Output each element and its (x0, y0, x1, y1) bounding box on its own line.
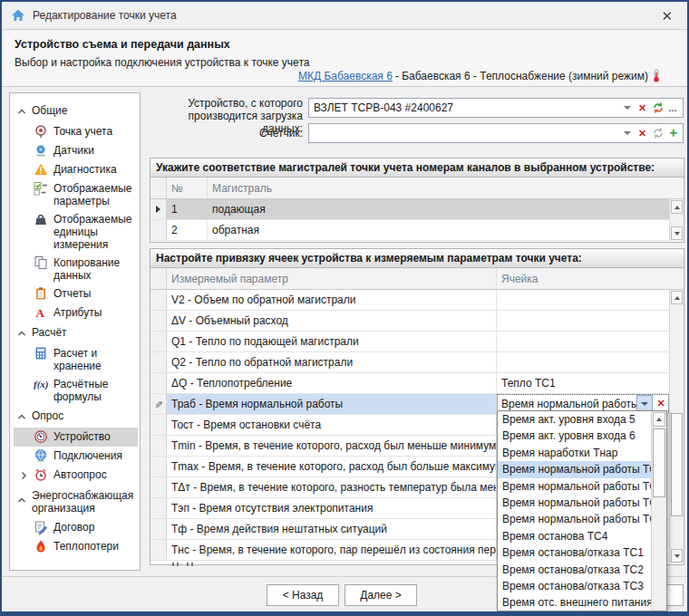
device-clear-icon[interactable]: ✕ (636, 101, 649, 115)
copy-data-icon (34, 255, 48, 270)
scroll-up-icon[interactable] (653, 412, 665, 427)
cells-scrollbar[interactable] (669, 290, 684, 563)
counter-refresh-icon[interactable] (651, 126, 665, 140)
page-title: Устройство съема и передачи данных (15, 38, 674, 51)
sidebar-item-formulas[interactable]: f(x) Расчётные формулы (14, 375, 138, 406)
sidebar-group-calculation[interactable]: Расчёт (14, 322, 138, 344)
chevron-up-icon (17, 495, 26, 507)
breadcrumb: МКД Бабаевская 6 - Бабаевская 6 - Теплос… (298, 69, 662, 82)
dropdown-item[interactable]: Время нормальной работы ТС2 (498, 478, 651, 495)
sidebar-item-autopoll[interactable]: Автоопрос (14, 466, 138, 486)
cell-dropdown-list: Время акт. уровня входа 5 Время акт. уро… (497, 410, 667, 611)
sidebar-item-label: Отчеты (53, 287, 91, 300)
cell-value: Тепло ТС1 (497, 373, 669, 393)
mains-groupbox: Укажите соответствие магистралей точки у… (150, 158, 684, 243)
cells-table-header: Измеряемый параметр Ячейка (150, 268, 684, 290)
counter-dropdown-arrow-icon[interactable] (620, 126, 634, 140)
mains-scrollbar[interactable] (669, 199, 684, 241)
sidebar-group-energy-org[interactable]: Энергоснабжающая организация (14, 486, 138, 518)
scroll-thumb[interactable] (653, 428, 665, 497)
sidebar-item-label: Диагностика (53, 163, 117, 176)
dropdown-item[interactable]: Время акт. уровня входа 5 (498, 411, 651, 428)
device-more-icon[interactable]: … (666, 101, 680, 115)
scroll-up-icon[interactable] (671, 291, 683, 304)
mains-caption: Укажите соответствие магистралей точки у… (150, 159, 684, 178)
sidebar-group-common[interactable]: Общие (14, 101, 138, 122)
diagnostics-icon (34, 162, 48, 177)
dropdown-item[interactable]: Время останова/отказа ТС2 (498, 562, 651, 578)
device-refresh-icon[interactable] (651, 101, 665, 115)
heatloss-icon (34, 539, 48, 553)
scroll-down-icon[interactable] (671, 549, 683, 563)
scroll-thumb[interactable] (671, 413, 683, 516)
sidebar-item-reports[interactable]: Отчеты (14, 284, 138, 303)
sidebar-item-diagnostics[interactable]: Диагностика (14, 160, 138, 179)
sidebar-item-sensors[interactable]: Датчики (14, 141, 138, 160)
sidebar-item-display-params[interactable]: Отображаемые параметры (14, 179, 138, 210)
thermometer-icon (651, 69, 662, 82)
edit-pencil-icon: ✎ (152, 399, 164, 408)
table-row[interactable]: 2 обратная (150, 220, 684, 241)
cell-param: ΔV - Объемный расход (167, 311, 497, 331)
device-dropdown-arrow-icon[interactable] (620, 101, 634, 115)
cell-param: V2 - Объем по обратной магистрали (167, 290, 497, 310)
counter-add-icon[interactable]: ＋ (666, 126, 680, 140)
dropdown-item[interactable]: Время наработки Тнар (498, 445, 651, 461)
sidebar-item-metering-point[interactable]: Точка учета (14, 122, 138, 141)
cell-value (497, 290, 669, 310)
device-combo[interactable]: ВЗЛЕТ ТСРВ-043 #2400627 ✕ … (308, 98, 684, 118)
dropdown-item[interactable]: Время останова/отказа ТС1 (498, 544, 651, 561)
sidebar-item-copy-data[interactable]: Копирование данных (14, 254, 138, 284)
dropdown-item[interactable]: Время нормальной работы ТС4 (498, 511, 651, 527)
dropdown-item[interactable]: Время акт. уровня входа 6 (498, 428, 651, 444)
sidebar-item-connections[interactable]: Подключения (14, 447, 138, 466)
sidebar-item-label: Отображаемые параметры (53, 182, 136, 207)
cell-editor-value: Время нормальной работы ... (498, 398, 636, 410)
dropdown-item[interactable]: Время останова/отказа ТС3 (498, 578, 651, 594)
table-row[interactable]: ΔQ - ТеплопотреблениеТепло ТС1 (150, 373, 669, 394)
table-row[interactable]: V2 - Объем по обратной магистрали (150, 290, 669, 311)
sidebar-item-label: Автоопрос (53, 468, 107, 481)
back-button[interactable]: < Назад (267, 584, 339, 606)
cell-param: ΔQ - Теплопотребление (167, 373, 497, 393)
sidebar-item-calc-storage[interactable]: Расчет и хранение (14, 344, 138, 375)
table-row[interactable]: Q1 - Тепло по подающей магистрали (150, 332, 669, 352)
chevron-right-icon (19, 470, 28, 483)
sidebar-group-polling[interactable]: Опрос (14, 406, 138, 428)
sidebar-item-attributes[interactable]: А Атрибуты (14, 303, 138, 322)
cell-param: ТΔт - Время, в течение которого, разност… (167, 477, 497, 497)
dropdown-item[interactable]: Время отс. внешнего питания (498, 594, 651, 611)
dropdown-item[interactable]: Время останова ТС4 (498, 528, 651, 544)
sidebar-item-label: Расчётные формулы (53, 378, 136, 403)
sidebar-item-contract[interactable]: Договор (14, 518, 138, 537)
home-icon (11, 8, 25, 23)
table-row[interactable]: ΔV - Объемный расход (150, 311, 669, 332)
sidebar-item-heatloss[interactable]: Теплопотери (14, 537, 138, 556)
cell-num: 2 (167, 220, 208, 240)
counter-combo[interactable]: ✕ ＋ (308, 123, 684, 143)
dropdown-item-selected[interactable]: Время нормальной работы ТС1 (498, 461, 651, 477)
close-icon[interactable]: ✕ (655, 9, 678, 23)
sidebar-group-label: Энергоснабжающая организация (32, 489, 136, 515)
device-icon (34, 429, 48, 444)
connections-icon (34, 448, 48, 463)
edit-metering-point-dialog: Редактирование точки учета ✕ Устройство … (0, 0, 689, 616)
sidebar-item-device[interactable]: Устройство (14, 428, 138, 447)
table-row[interactable]: 1 подающая (150, 199, 684, 220)
dropdown-scrollbar[interactable] (651, 411, 666, 611)
object-link[interactable]: МКД Бабаевская 6 (298, 70, 393, 82)
next-button[interactable]: Далее > (344, 584, 417, 606)
mains-table-header: № Магистраль (150, 178, 684, 199)
sidebar-item-display-units[interactable]: Отображаемые единицы измерения (14, 210, 138, 254)
scroll-up-icon[interactable] (671, 200, 683, 214)
cells-caption: Настройте привязку ячеек устройства к из… (150, 249, 684, 268)
scroll-down-icon[interactable] (671, 226, 683, 240)
device-value: ВЗЛЕТ ТСРВ-043 #2400627 (314, 101, 620, 114)
counter-clear-icon[interactable]: ✕ (636, 126, 649, 140)
display-params-icon (34, 181, 48, 196)
table-row[interactable]: Q2 - Тепло по обратной магистрали (150, 352, 669, 373)
sidebar-item-label: Точка учета (53, 125, 112, 138)
editor-clear-icon[interactable]: ✕ (654, 398, 668, 409)
dropdown-item[interactable]: Время нормальной работы ТС3 (498, 495, 651, 511)
sidebar-item-label: Устройство (53, 430, 111, 443)
